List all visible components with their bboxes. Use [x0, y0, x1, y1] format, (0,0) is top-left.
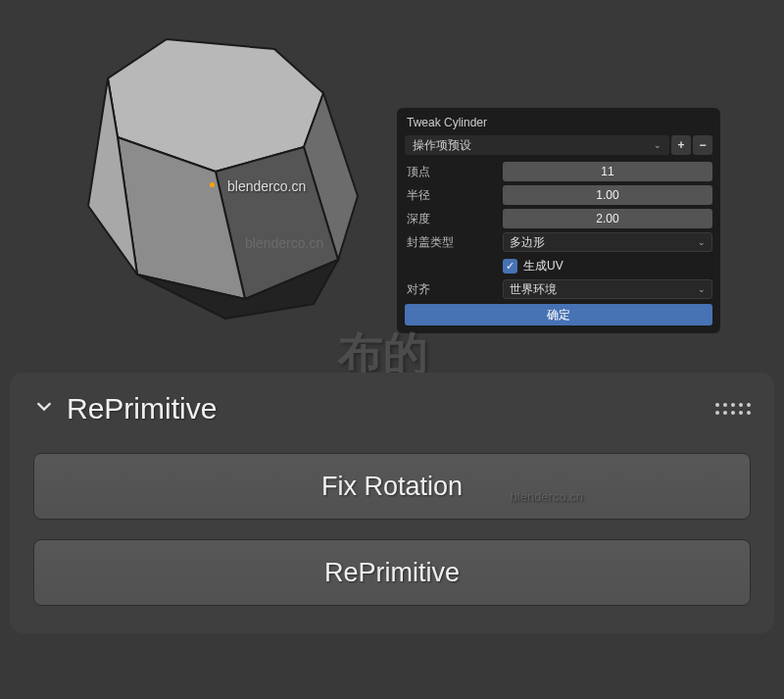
depth-label: 深度 [405, 211, 503, 227]
tweak-cylinder-panel: Tweak Cylinder 操作项预设 ⌄ + − 顶点 11 半径 1.00… [397, 108, 720, 333]
vertices-input[interactable]: 11 [503, 162, 712, 181]
cap-type-value: 多边形 [510, 234, 545, 251]
watermark-text: blenderco.cn [227, 178, 306, 194]
align-dropdown[interactable]: 世界环境 ⌄ [503, 279, 712, 299]
chevron-down-icon: ⌄ [654, 140, 662, 150]
cylinder-mesh [59, 20, 382, 333]
generate-uv-checkbox[interactable]: ✓ 生成UV [503, 258, 712, 275]
button-label: Fix Rotation [321, 472, 463, 502]
depth-input[interactable]: 2.00 [503, 209, 712, 228]
align-value: 世界环境 [510, 281, 557, 298]
radius-label: 半径 [405, 187, 503, 204]
fix-rotation-button[interactable]: Fix Rotation blenderco.cn [33, 453, 751, 520]
vertices-label: 顶点 [405, 164, 503, 180]
confirm-button[interactable]: 确定 [405, 304, 712, 325]
cap-type-dropdown[interactable]: 多边形 ⌄ [503, 232, 712, 252]
preset-label: 操作项预设 [413, 137, 471, 154]
chevron-down-icon [33, 395, 55, 423]
preset-dropdown[interactable]: 操作项预设 ⌄ [405, 135, 669, 155]
panel-title: Tweak Cylinder [405, 114, 712, 135]
chevron-down-icon: ⌄ [698, 284, 706, 294]
add-preset-button[interactable]: + [671, 135, 691, 155]
align-label: 对齐 [405, 281, 503, 298]
cap-type-label: 封盖类型 [405, 234, 503, 251]
remove-preset-button[interactable]: − [693, 135, 712, 155]
reprimitive-button[interactable]: RePrimitive [33, 539, 751, 606]
generate-uv-label: 生成UV [523, 258, 564, 275]
check-icon: ✓ [503, 259, 517, 274]
panel-collapse-toggle[interactable]: RePrimitive [33, 392, 217, 425]
button-label: RePrimitive [324, 558, 460, 588]
chevron-down-icon: ⌄ [698, 237, 706, 247]
watermark-small: blenderco.cn [245, 235, 323, 251]
watermark-small: blenderco.cn [511, 489, 583, 504]
reprimitive-panel: RePrimitive Fix Rotation blenderco.cn Re… [10, 373, 774, 633]
radius-input[interactable]: 1.00 [503, 185, 712, 205]
panel-title: RePrimitive [67, 392, 217, 425]
origin-point [210, 182, 215, 187]
drag-handle-icon[interactable] [715, 403, 751, 415]
